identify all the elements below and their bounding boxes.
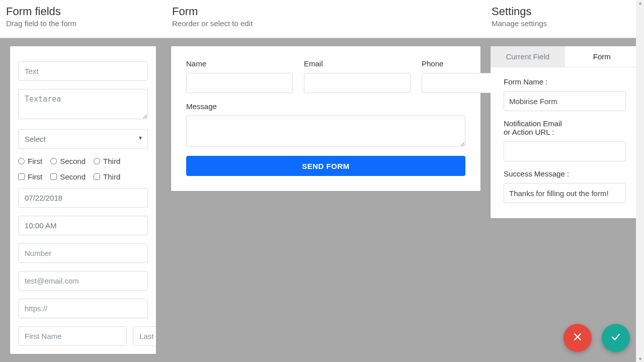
palette-radio-first[interactable]: First <box>18 157 42 165</box>
form-email-label: Email <box>304 59 411 68</box>
palette-time-field[interactable] <box>18 216 148 235</box>
palette-last-name-field[interactable] <box>133 326 156 346</box>
palette-radio-third[interactable]: Third <box>94 157 120 165</box>
header-fields-col: Form fields Drag field to the form <box>0 0 166 38</box>
header-bar: Form fields Drag field to the form Form … <box>0 0 644 38</box>
scroll-down-icon[interactable]: ▾ <box>637 357 642 361</box>
header-form-col: Form Reorder or select to edit <box>166 0 486 38</box>
palette-checkbox-first[interactable]: First <box>18 172 42 181</box>
success-setting-input[interactable] <box>504 183 626 203</box>
palette-email-field[interactable] <box>18 271 148 291</box>
palette-text-field[interactable] <box>18 61 148 81</box>
notify-setting-input[interactable] <box>504 141 626 161</box>
success-setting-label: Success Message : <box>504 169 626 178</box>
check-icon <box>610 331 621 344</box>
form-message-group[interactable]: Message <box>186 102 465 147</box>
header-settings-subtitle: Manage settings <box>492 19 638 28</box>
settings-panel: Current Field Form Form Name : Notificat… <box>491 46 639 218</box>
form-name-label: Name <box>186 59 293 68</box>
tab-form[interactable]: Form <box>565 46 639 67</box>
palette-radio-second[interactable]: Second <box>50 157 86 165</box>
form-email-input[interactable] <box>304 73 411 93</box>
workspace: Select First Second Third First Second T… <box>0 38 644 362</box>
form-name-setting-input[interactable] <box>504 91 626 111</box>
send-form-button[interactable]: SEND FORM <box>186 156 465 176</box>
palette-date-field[interactable] <box>18 188 148 208</box>
palette-checkbox-second[interactable]: Second <box>50 172 86 181</box>
form-email-group[interactable]: Email <box>304 59 411 93</box>
form-name-input[interactable] <box>186 73 293 93</box>
settings-tabs: Current Field Form <box>491 46 639 67</box>
form-panel[interactable]: Name Email Phone Message SEND FORM <box>171 46 480 191</box>
palette-first-name-field[interactable] <box>18 326 127 346</box>
form-column: Name Email Phone Message SEND FORM <box>166 38 486 362</box>
header-fields-title: Form fields <box>6 5 160 18</box>
form-name-setting-label: Form Name : <box>504 77 626 86</box>
cancel-button[interactable] <box>564 324 592 352</box>
fields-column: Select First Second Third First Second T… <box>0 38 166 362</box>
notify-setting-label: Notification Email or Action URL : <box>504 119 626 136</box>
scroll-up-icon[interactable]: ▴ <box>637 1 642 5</box>
close-icon <box>572 331 583 344</box>
palette-url-field[interactable] <box>18 299 148 318</box>
vertical-scrollbar[interactable]: ▴ ▾ <box>636 0 644 362</box>
palette-textarea-field[interactable] <box>18 89 148 119</box>
header-form-title: Form <box>172 5 479 18</box>
settings-column: Current Field Form Form Name : Notificat… <box>486 38 644 362</box>
header-form-subtitle: Reorder or select to edit <box>172 19 479 28</box>
header-fields-subtitle: Drag field to the form <box>6 19 160 28</box>
form-message-label: Message <box>186 102 465 111</box>
form-message-input[interactable] <box>186 116 465 147</box>
header-settings-col: Settings Manage settings <box>486 0 644 38</box>
fields-panel: Select First Second Third First Second T… <box>10 46 156 354</box>
form-name-group[interactable]: Name <box>186 59 293 93</box>
tab-current-field[interactable]: Current Field <box>491 46 565 67</box>
palette-select-field[interactable]: Select <box>18 129 148 149</box>
palette-radio-row[interactable]: First Second Third <box>18 157 148 165</box>
palette-name-row[interactable] <box>18 326 148 346</box>
palette-checkbox-third[interactable]: Third <box>94 172 120 181</box>
confirm-button[interactable] <box>602 324 630 352</box>
palette-number-field[interactable] <box>18 243 148 263</box>
palette-checkbox-row[interactable]: First Second Third <box>18 172 148 181</box>
header-settings-title: Settings <box>492 5 638 18</box>
